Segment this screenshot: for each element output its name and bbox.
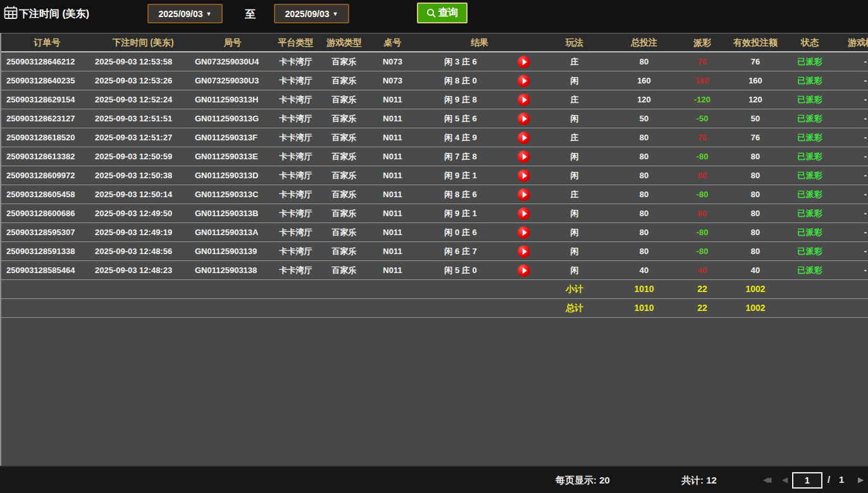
- cell-total_bet: 80: [606, 147, 682, 166]
- cell-total-row-label: 总计: [543, 299, 606, 317]
- page-number-input[interactable]: [792, 472, 822, 489]
- cell-time: 2025-09-03 12:53:26: [93, 71, 193, 90]
- cell-order: 250903128646212: [1, 52, 93, 71]
- cell-result: 闲 6 庄 7: [416, 242, 505, 260]
- cell-time: 2025-09-03 12:48:56: [93, 242, 193, 260]
- play-button[interactable]: [518, 113, 530, 125]
- cell-order: 250903128618520: [1, 128, 93, 147]
- cell-bet_type: 闲: [543, 261, 606, 279]
- cell-game: 百家乐: [319, 166, 369, 185]
- cell-empty: [788, 280, 868, 298]
- play-button[interactable]: [518, 94, 530, 106]
- cell-status: 已派彩: [788, 71, 831, 90]
- prev-page-icon[interactable]: ◀: [782, 475, 788, 484]
- date-from-value: 2025/09/03: [159, 9, 203, 19]
- cell-result: 闲 7 庄 8: [416, 147, 505, 166]
- cell-table_no: N011: [369, 204, 416, 222]
- date-to-value: 2025/09/03: [285, 9, 330, 19]
- table-row: 2509031285854642025-09-03 12:48:23GN0112…: [1, 261, 868, 280]
- cell-table_no: N011: [369, 185, 416, 204]
- table-row: 2509031286099722025-09-03 12:50:38GN0112…: [1, 166, 868, 185]
- cell-total_bet: 50: [606, 109, 682, 128]
- cell-empty: [1, 299, 543, 317]
- table-row: 2509031286185202025-09-03 12:51:27GN0112…: [1, 128, 868, 147]
- cell-valid_bet: 50: [722, 109, 788, 128]
- play-button[interactable]: [518, 169, 530, 182]
- bet-time-field-label: 下注时间 (美东): [19, 8, 89, 21]
- cell-bet_type: 闲: [543, 223, 606, 241]
- table-row: 2509031286006862025-09-03 12:49:50GN0112…: [1, 204, 868, 223]
- play-button[interactable]: [518, 131, 530, 144]
- cell-result-video: [505, 223, 543, 241]
- cell-time: 2025-09-03 12:51:51: [93, 109, 193, 128]
- play-button[interactable]: [518, 226, 530, 239]
- cell-valid_bet: 80: [722, 223, 788, 241]
- cell-result-video: [505, 90, 543, 109]
- cell-result-video: [505, 242, 543, 260]
- play-button[interactable]: [518, 56, 530, 68]
- table-header-row: 订单号下注时间 (美东)局号平台类型游戏类型桌号结果玩法总投注派彩有效投注额状态…: [1, 33, 868, 52]
- cell-mode: -: [831, 261, 868, 279]
- cell-valid_bet: 80: [722, 147, 788, 166]
- play-triangle-icon: [523, 248, 527, 255]
- cell-total-row-total_bet: 1010: [606, 299, 682, 317]
- cell-time: 2025-09-03 12:50:14: [93, 185, 193, 204]
- cell-result: 闲 8 庄 6: [416, 185, 505, 204]
- date-from-select[interactable]: 2025/09/03 ▼: [147, 4, 223, 23]
- search-button[interactable]: 查询: [417, 3, 468, 23]
- first-page-icon[interactable]: ◀◀: [763, 475, 779, 484]
- chevron-down-icon: ▼: [206, 11, 212, 17]
- column-header: 下注时间 (美东): [93, 33, 193, 51]
- cell-bet_type: 庄: [543, 90, 606, 109]
- cell-platform: 卡卡湾厅: [272, 147, 319, 166]
- play-button[interactable]: [518, 207, 530, 220]
- cell-payout: 160: [682, 71, 722, 90]
- cell-payout: -80: [682, 147, 722, 166]
- cell-valid_bet: 76: [722, 128, 788, 147]
- cell-time: 2025-09-03 12:53:58: [93, 52, 193, 71]
- play-button[interactable]: [518, 264, 530, 277]
- play-triangle-icon: [523, 267, 527, 274]
- cell-order: 250903128613382: [1, 147, 93, 166]
- cell-round: GN0112590313C: [193, 185, 272, 204]
- cell-mode: -: [831, 90, 868, 109]
- cell-platform: 卡卡湾厅: [272, 204, 319, 222]
- cell-result: 闲 3 庄 6: [416, 52, 505, 71]
- cell-time: 2025-09-03 12:49:19: [93, 223, 193, 241]
- date-to-select[interactable]: 2025/09/03 ▼: [274, 4, 349, 23]
- cell-round: GN0112590313G: [193, 109, 272, 128]
- cell-total_bet: 120: [606, 90, 682, 109]
- next-page-icon[interactable]: ▶: [858, 475, 864, 484]
- cell-round: GN01125903138: [193, 261, 272, 279]
- cell-bet_type: 庄: [543, 52, 606, 71]
- cell-game: 百家乐: [319, 261, 369, 279]
- cell-order: 250903128640235: [1, 71, 93, 90]
- cell-payout: -50: [682, 109, 722, 128]
- cell-platform: 卡卡湾厅: [272, 90, 319, 109]
- play-button[interactable]: [518, 188, 530, 201]
- cell-payout: -80: [682, 242, 722, 260]
- table-row: 2509031286133822025-09-03 12:50:59GN0112…: [1, 147, 868, 166]
- cell-payout: 80: [682, 204, 722, 222]
- table-row: 2509031285913382025-09-03 12:48:56GN0112…: [1, 242, 868, 261]
- cell-status: 已派彩: [788, 166, 831, 185]
- cell-table_no: N011: [369, 128, 416, 147]
- cell-platform: 卡卡湾厅: [272, 185, 319, 204]
- page-separator: /: [828, 474, 830, 485]
- play-button[interactable]: [518, 150, 530, 163]
- cell-payout: 76: [682, 128, 722, 147]
- chevron-down-icon: ▼: [333, 11, 338, 17]
- cell-mode: -: [831, 223, 868, 241]
- cell-empty: [1, 280, 543, 298]
- cell-valid_bet: 80: [722, 166, 788, 185]
- table-row: 2509031286462122025-09-03 12:53:58GN0732…: [1, 52, 868, 71]
- cell-valid_bet: 76: [722, 52, 788, 71]
- play-triangle-icon: [523, 229, 527, 236]
- play-button[interactable]: [518, 75, 530, 87]
- cell-total_bet: 80: [606, 185, 682, 204]
- cell-result-video: [505, 109, 543, 128]
- total-row: 总计1010221002: [1, 299, 868, 318]
- search-button-label: 查询: [438, 6, 459, 20]
- cell-status: 已派彩: [788, 90, 831, 109]
- play-button[interactable]: [518, 245, 530, 258]
